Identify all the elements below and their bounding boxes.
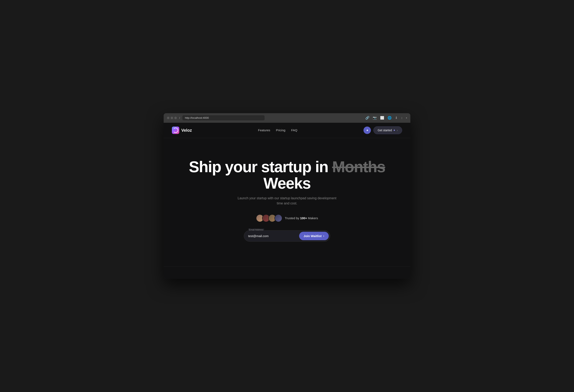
navbar: Veloz Features Pricing FAQ ✦ Get started… [164,123,410,138]
download-icon[interactable]: ⬇ [395,116,398,120]
trust-suffix: Makers [307,216,318,220]
arrow-icon: › [397,129,398,132]
title-suffix: Weeks [263,175,310,192]
hero-subtitle: Launch your startup with our startup lau… [236,196,338,206]
title-strikethrough: Months [332,158,385,176]
sparkle-icon: ✦ [393,129,395,132]
website-content: Veloz Features Pricing FAQ ✦ Get started… [164,123,410,279]
sidebar-icon[interactable]: ▪ [406,116,407,120]
toolbar-icons: 🔗 📷 ⬜ 🌐 ⬇ ↕ ▪ [365,116,407,120]
camera-icon[interactable]: 📷 [373,116,377,120]
browser-dots [167,117,177,119]
hero-title: Ship your startup in Months Weeks [172,159,402,192]
email-form[interactable]: Email Address Join Waitlist › [244,230,330,242]
trust-prefix: Trusted by [285,216,300,220]
nav-item-faq[interactable]: FAQ [291,128,297,132]
browser-window: i http://localhost:4000 🔗 📷 ⬜ 🌐 ⬇ ↕ ▪ Ve… [164,113,410,279]
globe-icon[interactable]: 🌐 [388,116,392,120]
logo-icon [172,127,179,134]
link-icon[interactable]: 🔗 [365,116,369,120]
nav-link-faq[interactable]: FAQ [291,128,297,132]
browser-dot-yellow [171,117,173,119]
browser-dot-red [167,117,169,119]
avatar-group [256,214,282,222]
trust-text: Trusted by 100+ Makers [285,216,318,220]
logo-area: Veloz [172,127,192,134]
nav-link-features[interactable]: Features [258,128,270,132]
page-footer [164,266,410,276]
join-arrow-icon: › [323,234,324,237]
title-prefix: Ship your startup in [189,158,332,176]
nav-links: Features Pricing FAQ [258,128,297,132]
hero-section: Ship your startup in Months Weeks Launch… [164,138,410,266]
join-waitlist-button[interactable]: Join Waitlist › [299,232,329,240]
email-input[interactable] [248,233,299,239]
nav-item-features[interactable]: Features [258,128,270,132]
join-label: Join Waitlist [304,234,322,238]
extensions-icon[interactable]: ↕ [401,116,403,120]
avatar-4 [274,214,282,222]
browser-dot-green [174,117,177,119]
browser-chrome: i http://localhost:4000 🔗 📷 ⬜ 🌐 ⬇ ↕ ▪ [164,113,410,123]
nav-item-pricing[interactable]: Pricing [276,128,285,132]
email-label: Email Address [248,229,264,231]
url-bar[interactable]: http://localhost:4000 [182,115,265,120]
window-icon[interactable]: ⬜ [380,116,384,120]
nav-link-pricing[interactable]: Pricing [276,128,285,132]
get-started-button[interactable]: Get started ✦ › [373,126,402,134]
logo-text: Veloz [181,128,192,133]
get-started-label: Get started [378,129,392,132]
info-icon: i [179,117,180,119]
trust-count: 100+ [300,216,307,220]
nav-right: ✦ Get started ✦ › [364,126,402,134]
trust-section: Trusted by 100+ Makers [256,214,318,222]
language-button[interactable]: ✦ [364,127,371,134]
